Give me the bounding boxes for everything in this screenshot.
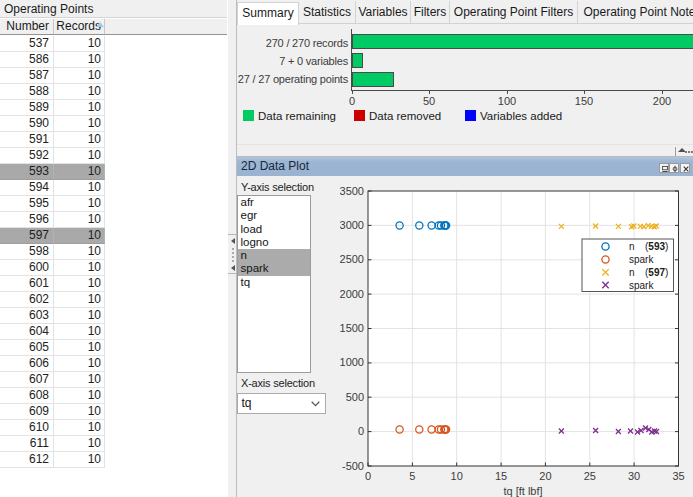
svg-text:20: 20 [539, 470, 551, 482]
svg-text:2000: 2000 [340, 288, 364, 300]
svg-text:1000: 1000 [340, 356, 364, 368]
svg-text:n: n [629, 241, 635, 252]
svg-text:(593): (593) [645, 241, 668, 252]
svg-text:0: 0 [365, 470, 371, 482]
svg-text:15: 15 [495, 470, 507, 482]
svg-text:n: n [629, 267, 635, 278]
svg-text:10: 10 [451, 470, 463, 482]
svg-text:-500: -500 [342, 460, 364, 472]
svg-text:5: 5 [409, 470, 415, 482]
svg-text:25: 25 [584, 470, 596, 482]
svg-text:3000: 3000 [340, 219, 364, 231]
svg-text:1500: 1500 [340, 322, 364, 334]
svg-text:0: 0 [358, 425, 364, 437]
svg-text:500: 500 [346, 391, 364, 403]
svg-text:tq [ft lbf]: tq [ft lbf] [503, 485, 542, 497]
svg-text:2500: 2500 [340, 253, 364, 265]
svg-text:(597): (597) [645, 267, 668, 278]
svg-text:spark: spark [629, 280, 654, 291]
svg-text:spark: spark [629, 254, 654, 265]
svg-text:35: 35 [672, 470, 684, 482]
svg-text:3500: 3500 [340, 185, 364, 197]
svg-text:30: 30 [628, 470, 640, 482]
